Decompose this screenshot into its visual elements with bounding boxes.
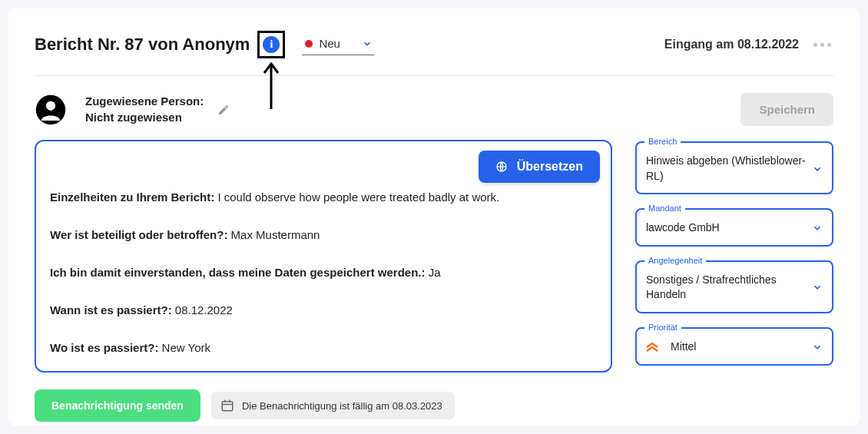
translate-label: Übersetzen — [517, 160, 583, 174]
header: Bericht Nr. 87 von Anonym i Neu Eingang … — [35, 31, 833, 76]
detail-field-4: Wann ist es passiert?: 08.12.2022 — [50, 302, 597, 318]
main-columns: Übersetzen Einzelheiten zu Ihrem Bericht… — [35, 140, 833, 373]
due-date-pill: Die Benachrichtigung ist fällig am 08.03… — [211, 392, 455, 419]
due-date-text: Die Benachrichtigung ist fällig am 08.03… — [242, 400, 442, 412]
detail-field-2: Wer ist beteiligt oder betroffen?: Max M… — [50, 227, 597, 243]
page-title: Bericht Nr. 87 von Anonym — [35, 35, 250, 55]
detail-field-1: Einzelheiten zu Ihrem Bericht: I could o… — [50, 189, 597, 205]
bereich-dropdown[interactable]: Bereich Hinweis abgeben (Whistleblower-R… — [635, 141, 833, 194]
side-panel: Bereich Hinweis abgeben (Whistleblower-R… — [635, 141, 833, 366]
mandant-dropdown[interactable]: Mandant lawcode GmbH — [635, 208, 833, 247]
assignee-row: Zugewiesene Person: Nicht zugewiesen Spe… — [35, 76, 833, 140]
assignee-labels: Zugewiesene Person: Nicht zugewiesen — [85, 94, 204, 125]
avatar-icon — [35, 94, 67, 126]
chevron-down-icon — [362, 38, 373, 49]
report-details-box: Übersetzen Einzelheiten zu Ihrem Bericht… — [35, 140, 612, 373]
info-icon-highlight: i — [257, 31, 285, 58]
info-icon[interactable]: i — [263, 36, 280, 53]
header-left: Bericht Nr. 87 von Anonym i Neu — [35, 31, 374, 58]
assignee-info: Zugewiesene Person: Nicht zugewiesen — [35, 94, 230, 126]
status-dot-icon — [305, 40, 313, 48]
calendar-icon — [220, 399, 234, 412]
edit-assignee-icon[interactable] — [217, 104, 230, 116]
assignee-line2: Nicht zugewiesen — [85, 110, 204, 125]
status-label: Neu — [319, 37, 356, 50]
chevron-down-icon — [812, 282, 823, 293]
annotation-arrow-icon — [260, 61, 283, 115]
send-notification-button[interactable]: Benachrichtigung senden — [35, 389, 200, 422]
detail-field-3: Ich bin damit einverstanden, dass meine … — [50, 264, 597, 280]
chevron-down-icon — [812, 342, 823, 353]
status-dropdown[interactable]: Neu — [302, 34, 374, 55]
received-date: Eingang am 08.12.2022 — [664, 38, 799, 51]
prioritaet-dropdown[interactable]: Priorität Mittel — [635, 327, 833, 366]
angelegenheit-dropdown[interactable]: Angelegenheit Sonstiges / Strafrechtlich… — [635, 260, 833, 313]
header-right: Eingang am 08.12.2022 ••• — [664, 36, 833, 54]
footer-row: Benachrichtigung senden Die Benachrichti… — [35, 389, 833, 422]
translate-button[interactable]: Übersetzen — [479, 151, 600, 183]
chevron-down-icon — [812, 164, 823, 174]
priority-medium-icon — [646, 343, 658, 352]
report-card: Bericht Nr. 87 von Anonym i Neu Eingang … — [8, 8, 860, 426]
assignee-line1: Zugewiesene Person: — [85, 94, 204, 109]
svg-rect-5 — [222, 402, 233, 411]
more-options-icon[interactable]: ••• — [813, 36, 833, 54]
save-button[interactable]: Speichern — [740, 93, 833, 126]
globe-icon — [495, 161, 508, 173]
svg-point-2 — [46, 101, 55, 110]
detail-field-5: Wo ist es passiert?: New York — [50, 340, 597, 356]
chevron-down-icon — [812, 223, 823, 234]
